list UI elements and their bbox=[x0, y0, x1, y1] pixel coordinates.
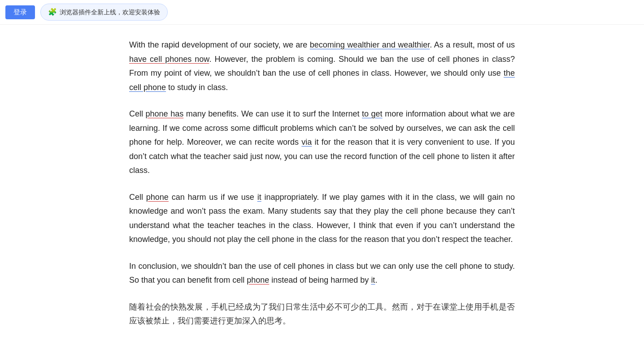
text-segment: With the rapid development of our societ… bbox=[129, 40, 310, 49]
plugin-icon: 🧩 bbox=[48, 6, 57, 18]
text-segment: to study in class. bbox=[166, 83, 228, 92]
text-segment: phone bbox=[146, 193, 169, 202]
text-segment: . As a result, most of us bbox=[430, 40, 515, 49]
text-segment: phone bbox=[247, 276, 269, 284]
text-segment: Cell bbox=[129, 193, 146, 202]
content-area: With the rapid development of our societ… bbox=[120, 25, 524, 362]
text-segment: can harm us if we use bbox=[169, 193, 257, 202]
text-segment: instead of being harmed by bbox=[269, 276, 371, 284]
text-segment: 随着社会的快熟发展，手机已经成为了我们日常生活中必不可少的工具。然而，对于在课堂… bbox=[129, 302, 515, 326]
paragraph-4: In conclusion, we shouldn’t ban the use … bbox=[129, 259, 515, 288]
paragraph-1: With the rapid development of our societ… bbox=[129, 38, 515, 95]
text-segment: . bbox=[375, 276, 377, 284]
paragraph-3: Cell phone can harm us if we use it inap… bbox=[129, 190, 515, 247]
text-segment: to get bbox=[362, 109, 383, 118]
text-segment: many benefits. We can use it to surf the… bbox=[183, 109, 362, 118]
paragraphs-container: With the rapid development of our societ… bbox=[129, 38, 515, 328]
paragraph-2: Cell phone has many benefits. We can use… bbox=[129, 107, 515, 178]
text-segment: phone has bbox=[146, 109, 184, 118]
text-segment: Cell bbox=[129, 109, 146, 118]
text-segment: via bbox=[301, 138, 312, 147]
text-segment: have cell phones now bbox=[129, 55, 209, 64]
text-segment: it bbox=[257, 193, 261, 202]
plugin-banner[interactable]: 🧩 浏览器插件全新上线，欢迎安装体验 bbox=[40, 4, 168, 21]
paragraph-5: 随着社会的快熟发展，手机已经成为了我们日常生活中必不可少的工具。然而，对于在课堂… bbox=[129, 300, 515, 328]
top-bar: 登录 🧩 浏览器插件全新上线，欢迎安装体验 bbox=[0, 0, 644, 25]
text-segment: becoming wealthier and wealthier bbox=[310, 40, 430, 49]
plugin-text: 浏览器插件全新上线，欢迎安装体验 bbox=[60, 7, 160, 18]
login-button[interactable]: 登录 bbox=[5, 5, 35, 19]
